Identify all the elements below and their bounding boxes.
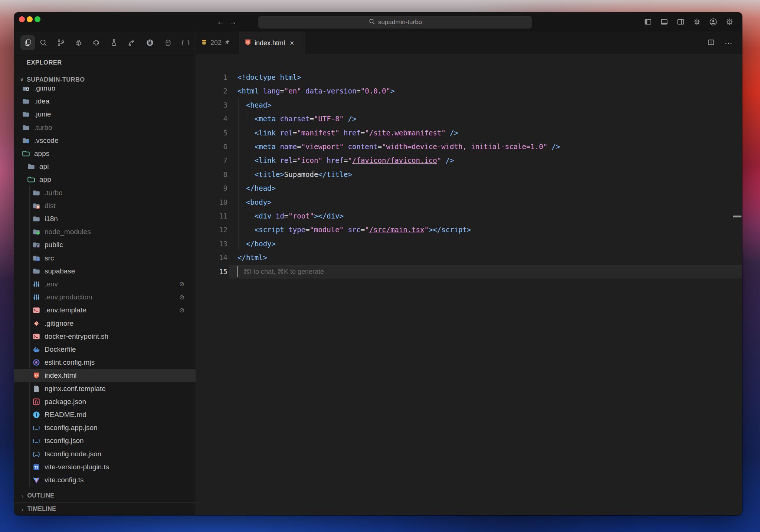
tree-item-.env.template[interactable]: .env.template⊘ xyxy=(14,304,196,317)
line-number: 11 xyxy=(196,209,227,223)
tree-item-public[interactable]: public xyxy=(14,239,196,252)
code-line-1[interactable]: <!doctype html> xyxy=(238,70,560,84)
tree-item-supabase[interactable]: supabase xyxy=(14,265,196,278)
code-line-8[interactable]: <title>Supamode</title> xyxy=(238,168,560,181)
tree-item-nginx.conf.template[interactable]: nginx.conf.template xyxy=(14,382,196,395)
activity-files-icon[interactable] xyxy=(20,35,35,50)
tree-item-docker-entrypoint.sh[interactable]: docker-entrypoint.sh xyxy=(14,330,196,343)
overview-ruler-mark[interactable] xyxy=(733,216,741,217)
tree-item-.vscode[interactable]: .vscode xyxy=(14,134,196,147)
layout-sidebar-left-icon[interactable] xyxy=(643,17,652,26)
tree-item-tsconfig.json[interactable]: {…}tsconfig.json xyxy=(14,434,196,447)
line-number: 8 xyxy=(196,168,227,181)
pin-icon[interactable] xyxy=(225,39,230,47)
tree-item-i18n[interactable]: i18n xyxy=(14,212,196,225)
tree-item-tsconfig.app.json[interactable]: {…}tsconfig.app.json xyxy=(14,421,196,434)
shell-icon xyxy=(32,332,41,341)
zoom-window-button[interactable] xyxy=(35,16,40,22)
code-line-5[interactable]: <link rel="manifest" href="/site.webmani… xyxy=(238,126,560,140)
close-window-button[interactable] xyxy=(19,16,25,22)
code-line-4[interactable]: <meta charset="UTF-8" /> xyxy=(238,112,560,126)
activity-debug-icon[interactable] xyxy=(71,35,86,50)
tab-202[interactable]: 202 xyxy=(196,32,239,54)
tree-item-dist[interactable]: dist xyxy=(14,199,196,212)
copilot-gear-icon[interactable] xyxy=(725,17,734,26)
tree-item-.gitignore[interactable]: .gitignore xyxy=(14,317,196,330)
svg-text:{…}: {…} xyxy=(32,438,40,444)
tree-item-eslint.config.mjs[interactable]: eslint.config.mjs xyxy=(14,356,196,369)
tree-item-tsconfig.node.json[interactable]: {…}tsconfig.node.json xyxy=(14,447,196,460)
npm-icon xyxy=(32,397,41,406)
code-line-10[interactable]: <body> xyxy=(238,196,560,209)
tree-item-app[interactable]: app xyxy=(14,173,196,186)
tree-item-index.html[interactable]: index.html xyxy=(14,369,196,382)
svg-text:{…}: {…} xyxy=(32,451,40,457)
file-label: index.html xyxy=(45,371,77,380)
tree-item-vite.config.ts[interactable]: vite.config.ts xyxy=(14,473,196,486)
code-line-11[interactable]: <div id="root"></div> xyxy=(238,209,560,223)
tree-item-node_modules[interactable]: node_modules xyxy=(14,226,196,239)
braces-file-icon: {…} xyxy=(32,436,41,445)
tree-item-api[interactable]: api xyxy=(14,160,196,173)
tree-item-README.md[interactable]: README.md xyxy=(14,408,196,421)
activity-coderabbit-icon[interactable] xyxy=(142,35,157,50)
code-line-13[interactable]: </body> xyxy=(238,237,560,251)
workspace-section-header[interactable]: ∨ SUPADMIN-TURBO xyxy=(20,76,85,83)
tree-item-.turbo[interactable]: .turbo xyxy=(14,121,196,134)
tree-item-src[interactable]: src xyxy=(14,252,196,265)
activity-share-icon[interactable] xyxy=(124,35,139,50)
folder-public-icon xyxy=(32,240,41,249)
svg-text:{…}: {…} xyxy=(32,425,40,431)
text-cursor xyxy=(238,266,238,277)
line-number: 6 xyxy=(196,140,227,154)
outline-section[interactable]: › OUTLINE xyxy=(14,489,196,502)
code-line-9[interactable]: </head> xyxy=(238,181,560,195)
activity-extensions-icon[interactable] xyxy=(89,35,104,50)
activity-source-control-icon[interactable] xyxy=(53,35,68,50)
activity-braces-icon[interactable]: { } xyxy=(178,35,193,50)
tree-item-apps[interactable]: apps xyxy=(14,147,196,160)
file-tree: .github.idea.junie.turbo.vscodeappsapiap… xyxy=(14,87,196,489)
search-text: supadmin-turbo xyxy=(378,19,422,26)
tree-item-.junie[interactable]: .junie xyxy=(14,108,196,121)
tree-item-.env.production[interactable]: .env.production⊘ xyxy=(14,291,196,304)
tree-item-.env[interactable]: .env⊘ xyxy=(14,278,196,290)
minimize-window-button[interactable] xyxy=(27,16,33,22)
tree-item-.idea[interactable]: .idea xyxy=(14,95,196,108)
activity-ai-assistant-icon[interactable] xyxy=(161,35,176,50)
tab-index-html[interactable]: index.html ✕ xyxy=(239,32,305,55)
code-line-14[interactable]: </html> xyxy=(238,251,560,265)
account-icon[interactable] xyxy=(709,17,718,26)
timeline-section[interactable]: › TIMELINE xyxy=(14,502,196,515)
back-button[interactable]: ← xyxy=(217,17,225,27)
split-editor-icon[interactable] xyxy=(707,38,715,48)
tree-item-vite-version-plugin.ts[interactable]: TSvite-version-plugin.ts xyxy=(14,460,196,473)
layout-sidebar-right-icon[interactable] xyxy=(676,17,685,26)
code-line-6[interactable]: <meta name="viewport" content="width=dev… xyxy=(238,140,560,154)
html-icon xyxy=(244,39,252,47)
command-center-search[interactable]: supadmin-turbo xyxy=(258,16,532,29)
tree-item-package.json[interactable]: package.json xyxy=(14,395,196,408)
code-content[interactable]: <!doctype html><html lang="en" data-vers… xyxy=(238,70,560,279)
tree-item-Dockerfile[interactable]: Dockerfile xyxy=(14,343,196,356)
forward-button[interactable]: → xyxy=(229,17,237,27)
code-line-7[interactable]: <link rel="icon" href="/favicon/favicon.… xyxy=(238,154,560,167)
close-tab-icon[interactable]: ✕ xyxy=(289,40,294,47)
tree-item-.github[interactable]: .github xyxy=(14,87,196,95)
line-number: 12 xyxy=(196,223,227,237)
code-line-12[interactable]: <script type="module" src="/src/main.tsx… xyxy=(238,223,560,237)
folder-open-accent-icon xyxy=(22,149,30,158)
more-actions-icon[interactable]: ⋯ xyxy=(725,39,733,47)
activity-testing-icon[interactable] xyxy=(107,35,121,50)
code-line-3[interactable]: <head> xyxy=(238,98,560,112)
line-number: 13 xyxy=(196,237,227,251)
settings-gear-icon[interactable] xyxy=(692,17,701,26)
code-line-2[interactable]: <html lang="en" data-version="0.0.0"> xyxy=(238,84,560,98)
layout-panel-icon[interactable] xyxy=(660,17,669,26)
tree-item-.turbo[interactable]: .turbo xyxy=(14,186,196,199)
activity-search-icon[interactable] xyxy=(36,35,51,50)
sidebar-border[interactable] xyxy=(196,32,196,515)
code-editor[interactable]: 123456789101112131415 <!doctype html><ht… xyxy=(196,54,742,515)
info-icon xyxy=(32,410,41,419)
folder-open-accent-icon xyxy=(27,175,36,184)
